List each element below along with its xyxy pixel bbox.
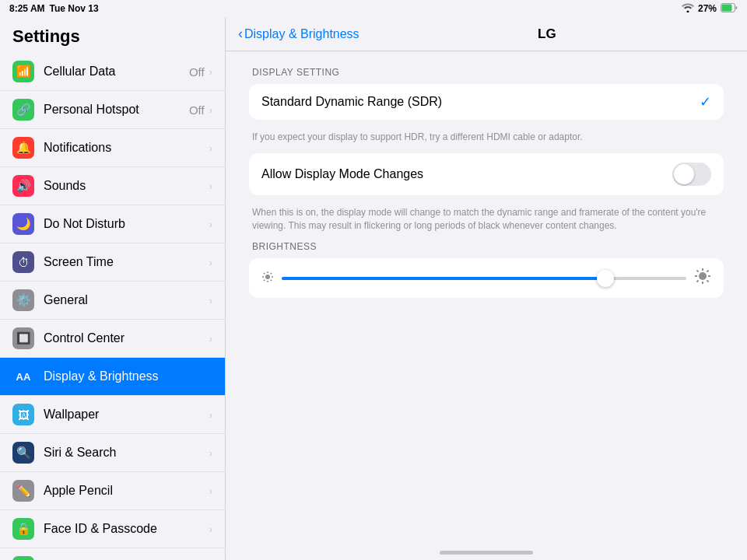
label-notifications: Notifications [44, 141, 209, 155]
brightness-row [249, 258, 724, 298]
label-faceid: Face ID & Passcode [44, 522, 209, 536]
svg-line-18 [697, 281, 699, 282]
sidebar-item-screentime[interactable]: ⏱Screen Time› [0, 243, 225, 282]
label-sirisearch: Siri & Search [44, 446, 209, 460]
chevron-icon-sirisearch: › [209, 447, 212, 459]
display-setting-label: DISPLAY SETTING [252, 67, 724, 78]
sidebar-section-1: 📶Cellular DataOff›🔗Personal HotspotOff›🔔… [0, 53, 225, 560]
allow-display-toggle[interactable] [672, 163, 711, 186]
svg-rect-1 [722, 4, 732, 11]
label-screentime: Screen Time [44, 255, 209, 269]
svg-point-2 [265, 275, 270, 279]
content-scroll: DISPLAY SETTING Standard Dynamic Range (… [226, 51, 747, 544]
icon-notifications: 🔔 [12, 137, 34, 159]
chevron-icon-wallpaper: › [209, 409, 212, 421]
allow-display-row: Allow Display Mode Changes [249, 153, 724, 195]
chevron-left-icon: ‹ [238, 26, 243, 42]
wifi-icon [682, 3, 694, 15]
svg-line-8 [271, 280, 272, 281]
sidebar-item-applepencil[interactable]: ✏️Apple Pencil› [0, 472, 225, 510]
battery-icon [721, 3, 738, 15]
content-area: ‹ Display & Brightness LG DISPLAY SETTIN… [226, 17, 747, 560]
sdr-row[interactable]: Standard Dynamic Range (SDR) ✓ [249, 84, 724, 120]
toggle-thumb [674, 164, 694, 184]
svg-line-16 [697, 271, 699, 272]
label-controlcenter: Control Center [44, 331, 209, 345]
allow-display-description: When this is on, the display mode will c… [249, 201, 724, 242]
icon-controlcenter: 🔲 [12, 327, 34, 349]
svg-line-7 [264, 273, 265, 274]
allow-display-label: Allow Display Mode Changes [261, 167, 672, 181]
chevron-icon-notifications: › [209, 142, 212, 154]
nav-back-button[interactable]: ‹ Display & Brightness [238, 26, 359, 42]
allow-display-card: Allow Display Mode Changes [249, 153, 724, 195]
brightness-fill [282, 277, 605, 280]
icon-cellular: 📶 [12, 61, 34, 82]
brightness-high-icon [694, 268, 711, 289]
chevron-icon-faceid: › [209, 523, 212, 535]
time: 8:25 AM [9, 3, 45, 14]
chevron-icon-controlcenter: › [209, 333, 212, 345]
date: Tue Nov 13 [50, 3, 99, 14]
sidebar-item-sounds[interactable]: 🔊Sounds› [0, 167, 225, 205]
brightness-label: BRIGHTNESS [252, 241, 724, 252]
sidebar: Settings 📶Cellular DataOff›🔗Personal Hot… [0, 17, 226, 560]
label-wallpaper: Wallpaper [44, 408, 209, 422]
svg-line-10 [271, 273, 272, 274]
checkmark-icon: ✓ [700, 93, 711, 110]
home-bar [440, 551, 533, 555]
icon-battery: 🔋 [12, 556, 34, 560]
sdr-label: Standard Dynamic Range (SDR) [261, 95, 700, 109]
brightness-thumb[interactable] [597, 270, 614, 287]
status-bar: 8:25 AM Tue Nov 13 27% [0, 0, 747, 17]
chevron-icon-general: › [209, 295, 212, 306]
icon-sirisearch: 🔍 [12, 442, 34, 464]
chevron-icon-hotspot: › [209, 104, 212, 116]
label-donotdisturb: Do Not Disturb [44, 217, 209, 231]
sidebar-item-cellular[interactable]: 📶Cellular DataOff› [0, 53, 225, 91]
sidebar-item-hotspot[interactable]: 🔗Personal HotspotOff› [0, 91, 225, 129]
sidebar-item-displaybrightness[interactable]: AADisplay & Brightness [0, 358, 225, 396]
sidebar-item-donotdisturb[interactable]: 🌙Do Not Disturb› [0, 205, 225, 243]
svg-line-17 [707, 281, 708, 282]
main-layout: Settings 📶Cellular DataOff›🔗Personal Hot… [0, 17, 747, 560]
sidebar-item-wallpaper[interactable]: 🖼Wallpaper› [0, 396, 225, 434]
chevron-icon-applepencil: › [209, 485, 212, 497]
status-bar-left: 8:25 AM Tue Nov 13 [9, 3, 99, 14]
sidebar-item-controlcenter[interactable]: 🔲Control Center› [0, 320, 225, 358]
icon-sounds: 🔊 [12, 175, 34, 197]
icon-wallpaper: 🖼 [12, 404, 34, 425]
value-cellular: Off [189, 65, 205, 79]
sidebar-item-faceid[interactable]: 🔒Face ID & Passcode› [0, 510, 225, 548]
chevron-icon-cellular: › [209, 66, 212, 78]
svg-line-19 [707, 271, 708, 272]
brightness-low-icon [261, 271, 274, 285]
svg-line-9 [264, 280, 265, 281]
label-displaybrightness: Display & Brightness [44, 369, 212, 383]
nav-bar: ‹ Display & Brightness LG [226, 17, 747, 51]
sidebar-item-notifications[interactable]: 🔔Notifications› [0, 129, 225, 167]
sidebar-item-general[interactable]: ⚙️General› [0, 282, 225, 320]
svg-point-11 [699, 272, 707, 280]
label-cellular: Cellular Data [44, 65, 189, 79]
icon-general: ⚙️ [12, 289, 34, 311]
brightness-track [282, 277, 686, 280]
sidebar-item-sirisearch[interactable]: 🔍Siri & Search› [0, 434, 225, 472]
chevron-icon-sounds: › [209, 180, 212, 192]
brightness-slider[interactable] [282, 271, 686, 286]
icon-hotspot: 🔗 [12, 99, 34, 121]
icon-applepencil: ✏️ [12, 480, 34, 502]
icon-displaybrightness: AA [12, 366, 34, 387]
home-indicator [226, 544, 747, 560]
sidebar-title: Settings [0, 17, 225, 53]
icon-screentime: ⏱ [12, 251, 34, 273]
battery-percent: 27% [698, 3, 717, 14]
chevron-icon-screentime: › [209, 257, 212, 268]
label-sounds: Sounds [44, 179, 209, 193]
status-bar-right: 27% [682, 3, 738, 15]
display-setting-card: Standard Dynamic Range (SDR) ✓ [249, 84, 724, 120]
value-hotspot: Off [189, 103, 205, 117]
display-hint: If you expect your display to support HD… [249, 126, 724, 153]
sidebar-item-battery[interactable]: 🔋Battery› [0, 548, 225, 560]
label-hotspot: Personal Hotspot [44, 103, 189, 117]
